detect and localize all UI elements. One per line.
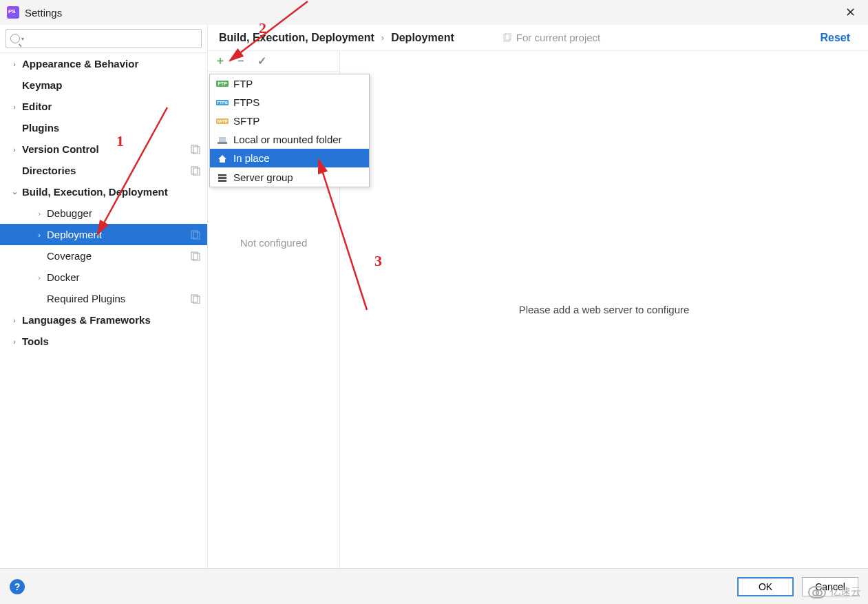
sidebar-item-label: Build, Execution, Deployment [22, 186, 168, 198]
sidebar-item-label: Directories [22, 165, 76, 176]
breadcrumb: Build, Execution, Deployment › Deploymen… [208, 25, 868, 51]
list-toolbar: ＋ － [208, 51, 339, 72]
sidebar-item-deployment[interactable]: ›Deployment [0, 224, 207, 245]
home-icon [217, 154, 228, 163]
popup-item-label: Local or mounted folder [233, 134, 342, 145]
popup-item-label: FTPS [233, 96, 260, 108]
sidebar-item-appearance-behavior[interactable]: ›Appearance & Behavior [0, 53, 207, 74]
add-button[interactable]: ＋ [215, 56, 226, 67]
project-badge-icon [191, 251, 200, 261]
sidebar-item-label: Version Control [22, 143, 99, 155]
app-icon [7, 6, 19, 19]
svg-rect-16 [218, 180, 226, 182]
reset-button[interactable]: Reset [820, 32, 857, 44]
sidebar-item-languages-frameworks[interactable]: ›Languages & Frameworks [0, 309, 207, 331]
chevron-icon: › [11, 60, 18, 68]
sidebar-item-editor[interactable]: ›Editor [0, 96, 207, 117]
remove-button[interactable]: － [235, 56, 246, 67]
popup-item-local-or-mounted-folder[interactable]: Local or mounted folder [210, 130, 369, 149]
chevron-icon: ⌄ [11, 187, 18, 196]
popup-item-server-group[interactable]: Server group [210, 168, 369, 187]
project-badge-icon [191, 166, 200, 176]
breadcrumb-leaf: Deployment [391, 32, 454, 44]
sidebar-item-label: Docker [47, 271, 80, 283]
chevron-icon: › [36, 209, 43, 218]
search-input[interactable]: ▾ [6, 29, 202, 48]
popup-item-ftp[interactable]: FTPFTP [210, 74, 369, 93]
title-bar: Settings ✕ [0, 0, 868, 25]
chevron-icon: › [36, 273, 43, 282]
chevron-icon: › [11, 103, 18, 111]
help-button[interactable]: ? [10, 579, 25, 594]
popup-item-sftp[interactable]: SFTPSFTP [210, 112, 369, 130]
detail-panel: Please add a web server to configure [340, 51, 868, 568]
not-configured-label: Not configured [208, 237, 339, 249]
ftp-icon: FTP [217, 79, 228, 89]
svg-rect-12 [218, 142, 227, 144]
svg-rect-15 [218, 177, 226, 179]
sidebar-item-label: Coverage [47, 250, 92, 262]
sidebar-item-docker[interactable]: ›Docker [0, 267, 207, 288]
chevron-icon: › [11, 145, 18, 154]
sidebar-item-label: Deployment [47, 229, 102, 240]
chevron-icon: › [36, 231, 43, 239]
sidebar-item-keymap[interactable]: Keymap [0, 74, 207, 96]
search-icon [10, 34, 20, 43]
popup-item-label: FTP [233, 78, 253, 90]
window-title: Settings [25, 7, 62, 19]
sidebar-item-build-execution-deployment[interactable]: ⌄Build, Execution, Deployment [0, 181, 207, 202]
chevron-icon: › [11, 316, 18, 324]
settings-sidebar: ▾ ›Appearance & BehaviorKeymap›EditorPlu… [0, 25, 208, 568]
watermark: 亿速云 [808, 585, 861, 598]
project-badge-icon [191, 294, 200, 304]
svg-rect-14 [218, 174, 226, 176]
placeholder-text: Please add a web server to configure [519, 304, 690, 315]
watermark-icon [808, 586, 826, 598]
popup-item-label: SFTP [233, 115, 260, 127]
sidebar-item-label: Plugins [22, 122, 59, 134]
ok-button[interactable]: OK [737, 577, 794, 596]
for-project-hint: For current project [502, 32, 601, 43]
project-badge-icon [191, 230, 200, 240]
sidebar-item-version-control[interactable]: ›Version Control [0, 138, 207, 160]
chevron-icon: › [11, 337, 18, 346]
svg-rect-13 [219, 137, 226, 142]
sftp-icon: SFTP [217, 116, 228, 126]
sidebar-item-coverage[interactable]: Coverage [0, 245, 207, 267]
popup-item-in-place[interactable]: In place [210, 149, 369, 167]
ftps-icon: FTPS [217, 98, 228, 107]
popup-item-ftps[interactable]: FTPSFTPS [210, 93, 369, 112]
sidebar-item-debugger[interactable]: ›Debugger [0, 202, 207, 224]
sidebar-item-label: Appearance & Behavior [22, 58, 138, 70]
dialog-footer: ? OK Cancel [0, 568, 868, 604]
folder-icon [217, 135, 228, 145]
sidebar-item-plugins[interactable]: Plugins [0, 117, 207, 138]
copy-icon [502, 33, 512, 43]
popup-item-label: Server group [233, 171, 293, 183]
sidebar-item-label: Tools [22, 335, 49, 347]
body: ▾ ›Appearance & BehaviorKeymap›EditorPlu… [0, 25, 868, 568]
sidebar-item-label: Languages & Frameworks [22, 314, 151, 326]
sidebar-item-tools[interactable]: ›Tools [0, 331, 207, 352]
search-dropdown-icon: ▾ [21, 36, 24, 42]
sidebar-item-directories[interactable]: Directories [0, 160, 207, 181]
check-button[interactable] [256, 56, 267, 67]
sidebar-item-label: Keymap [22, 79, 62, 91]
popup-item-label: In place [233, 152, 270, 164]
add-server-popup: FTPFTPFTPSFTPSSFTPSFTPLocal or mounted f… [209, 74, 370, 187]
for-project-label: For current project [516, 32, 601, 43]
sidebar-item-label: Required Plugins [47, 293, 125, 304]
chevron-right-icon: › [381, 32, 384, 43]
sidebar-item-label: Debugger [47, 207, 92, 219]
server-icon [217, 173, 228, 183]
sidebar-item-label: Editor [22, 101, 52, 112]
watermark-text: 亿速云 [830, 585, 861, 598]
breadcrumb-root[interactable]: Build, Execution, Deployment [219, 32, 374, 44]
sidebar-item-required-plugins[interactable]: Required Plugins [0, 288, 207, 309]
close-icon[interactable]: ✕ [840, 3, 861, 21]
search-wrap: ▾ [0, 25, 207, 53]
project-badge-icon [191, 145, 200, 154]
